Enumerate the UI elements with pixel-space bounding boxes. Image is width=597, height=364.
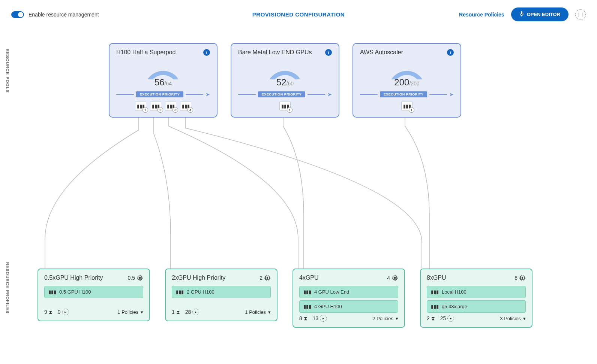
- barcode-icon: ▮▮▮: [303, 304, 311, 309]
- slot-num: 1: [142, 107, 148, 113]
- policies-dropdown[interactable]: 2 Policies▾: [372, 316, 398, 321]
- toggle-label: Enable resource management: [28, 12, 99, 18]
- barcode-icon: ▮▮▮: [431, 304, 439, 309]
- resource-label: 2 GPU H100: [187, 289, 214, 295]
- resource-item[interactable]: ▮▮▮2 GPU H100: [172, 286, 271, 298]
- pool-slot[interactable]: ▮▮▮2: [150, 101, 161, 111]
- info-icon[interactable]: i: [325, 49, 332, 56]
- chip-icon: [519, 274, 526, 281]
- pool-slot[interactable]: ▮▮▮3: [165, 101, 176, 111]
- slot-num: 4: [188, 107, 193, 113]
- header-bar: ✓ Enable resource management PROVISIONED…: [0, 0, 597, 29]
- chevron-down-icon: ▾: [396, 316, 398, 321]
- resource-label: 0.5 GPU H100: [59, 289, 91, 295]
- gauge: [386, 59, 428, 79]
- svg-rect-19: [267, 277, 268, 279]
- svg-rect-9: [139, 277, 141, 279]
- gauge-total: /200: [409, 81, 419, 87]
- arrow-right-icon: ➤: [449, 91, 454, 97]
- pool-slot[interactable]: ▮▮▮1: [279, 101, 291, 111]
- open-editor-button[interactable]: OPEN EDITOR: [511, 7, 568, 21]
- info-icon[interactable]: i: [447, 49, 454, 56]
- pending-count: 2: [427, 315, 430, 321]
- info-icon[interactable]: i: [203, 49, 210, 56]
- chip-icon: [392, 274, 398, 281]
- pool-card-aws[interactable]: AWS Autoscaler i 200/200 EXECUTION PRIOR…: [352, 43, 461, 118]
- gpu-count: 0.5: [128, 275, 135, 281]
- pause-icon: ❘❘: [577, 12, 584, 17]
- resource-policies-link[interactable]: Resource Policies: [459, 12, 504, 18]
- slot-num: 1: [409, 107, 414, 113]
- header-right: Resource Policies OPEN EDITOR ❘❘: [459, 7, 586, 21]
- resource-item[interactable]: ▮▮▮Local H100: [427, 286, 526, 298]
- hourglass-icon: ⧗: [304, 315, 308, 322]
- priority-badge: EXECUTION PRIORITY: [136, 91, 184, 97]
- pool-title: H100 Half a Superpod: [116, 49, 176, 56]
- pending-count: 1: [172, 309, 175, 315]
- play-icon: ▸: [192, 309, 199, 315]
- arrow-right-icon: ➤: [327, 91, 332, 97]
- policies-dropdown[interactable]: 1 Policies▾: [245, 309, 271, 315]
- profile-title: 2xGPU High Priority: [172, 274, 225, 281]
- priority-badge: EXECUTION PRIORITY: [258, 91, 306, 97]
- profile-card-8xgpu[interactable]: 8xGPU 8 ▮▮▮Local H100 ▮▮▮g5.48xlarge 2⧗ …: [420, 269, 532, 328]
- barcode-icon: ▮▮▮: [431, 289, 439, 295]
- profile-card-05xgpu[interactable]: 0.5xGPU High Priority 0.5 ▮▮▮0.5 GPU H10…: [38, 269, 150, 321]
- policies-label: 1 Policies: [245, 309, 266, 315]
- svg-rect-0: [521, 11, 522, 14]
- policies-dropdown[interactable]: 3 Policies▾: [500, 316, 526, 321]
- resource-item[interactable]: ▮▮▮4 GPU Low End: [299, 286, 398, 298]
- resource-item[interactable]: ▮▮▮0.5 GPU H100: [44, 286, 143, 298]
- policies-label: 3 Policies: [500, 316, 521, 321]
- pool-card-h100[interactable]: H100 Half a Superpod i 56/64 EXECUTION P…: [109, 43, 218, 118]
- pool-card-baremetal[interactable]: Bare Metal Low END GPUs i 52/60 EXECUTIO…: [231, 43, 339, 118]
- pool-slot[interactable]: ▮▮▮1: [401, 101, 412, 111]
- running-count: 28: [185, 309, 191, 315]
- profile-card-2xgpu[interactable]: 2xGPU High Priority 2 ▮▮▮2 GPU H100 1⧗ 2…: [165, 269, 278, 321]
- enable-resource-toggle[interactable]: ✓: [11, 11, 24, 18]
- hourglass-icon: ⧗: [176, 309, 180, 315]
- pool-slot[interactable]: ▮▮▮1: [135, 101, 146, 111]
- policies-label: 1 Policies: [117, 309, 138, 315]
- pool-title: AWS Autoscaler: [360, 49, 403, 56]
- gauge-total: /60: [286, 81, 294, 87]
- chevron-down-icon: ▾: [141, 309, 143, 315]
- slot-num: 1: [287, 107, 292, 113]
- resource-item[interactable]: ▮▮▮4 GPU H100: [299, 300, 398, 313]
- gpu-count: 8: [514, 275, 518, 281]
- svg-rect-29: [394, 277, 396, 279]
- policies-label: 2 Policies: [372, 316, 393, 321]
- gpu-count: 2: [260, 275, 262, 281]
- pool-title: Bare Metal Low END GPUs: [238, 49, 312, 56]
- slot-num: 3: [172, 107, 178, 113]
- svg-rect-39: [522, 277, 523, 279]
- resource-label: 4 GPU H100: [314, 304, 342, 309]
- running-count: 25: [440, 315, 446, 321]
- hourglass-icon: ⧗: [49, 309, 52, 315]
- resource-label: Local H100: [442, 289, 466, 295]
- canvas: H100 Half a Superpod i 56/64 EXECUTION P…: [0, 29, 597, 364]
- pause-button[interactable]: ❘❘: [575, 9, 586, 20]
- pool-slot[interactable]: ▮▮▮4: [180, 101, 191, 111]
- chevron-down-icon: ▾: [268, 309, 271, 315]
- profile-card-4xgpu[interactable]: 4xGPU 4 ▮▮▮4 GPU Low End ▮▮▮4 GPU H100 8…: [292, 269, 405, 328]
- page-title: PROVISIONED CONFIGURATION: [252, 11, 345, 18]
- profile-title: 8xGPU: [427, 274, 446, 281]
- play-icon: ▸: [62, 309, 69, 315]
- play-icon: ▸: [447, 315, 454, 322]
- resource-label: g5.48xlarge: [442, 304, 467, 309]
- gauge: [264, 59, 306, 79]
- slot-num: 2: [158, 107, 163, 113]
- gauge-total: /64: [165, 81, 172, 87]
- mic-icon: [519, 11, 524, 18]
- open-editor-label: OPEN EDITOR: [527, 12, 560, 17]
- policies-dropdown[interactable]: 1 Policies▾: [117, 309, 143, 315]
- chip-icon: [136, 274, 143, 281]
- barcode-icon: ▮▮▮: [176, 289, 184, 295]
- running-count: 13: [313, 315, 319, 321]
- pending-count: 8: [299, 315, 302, 321]
- gpu-count: 4: [387, 275, 390, 281]
- priority-badge: EXECUTION PRIORITY: [380, 91, 428, 97]
- profile-title: 4xGPU: [299, 274, 319, 281]
- resource-item[interactable]: ▮▮▮g5.48xlarge: [427, 300, 526, 313]
